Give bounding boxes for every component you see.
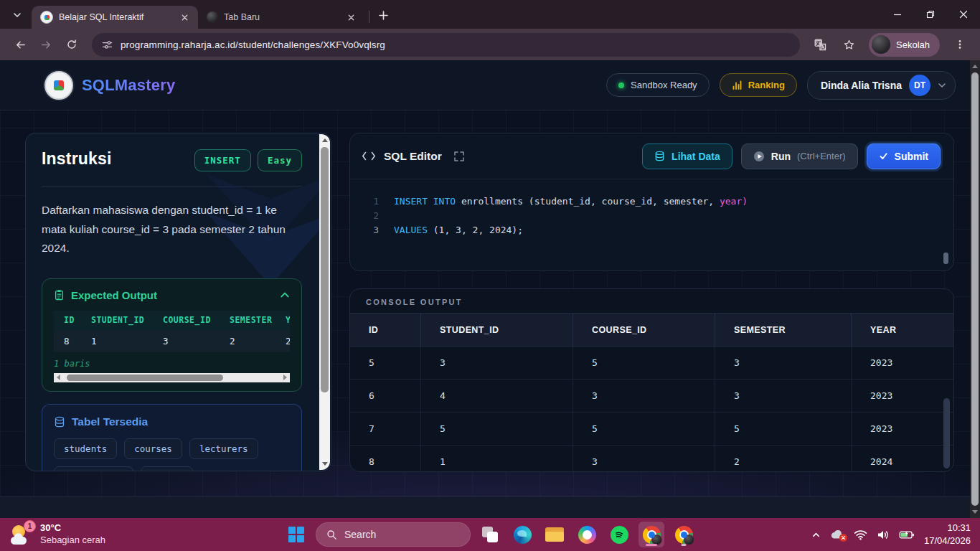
tab-search-button[interactable] bbox=[7, 6, 27, 24]
ranking-button[interactable]: Ranking bbox=[720, 73, 797, 97]
spotify-icon bbox=[611, 526, 628, 544]
translate-button[interactable] bbox=[809, 33, 831, 56]
chrome-active-button[interactable] bbox=[639, 522, 664, 547]
spotify-button[interactable] bbox=[606, 522, 632, 547]
divider bbox=[42, 186, 302, 187]
weather-text: 30°C Sebagian cerah bbox=[40, 522, 105, 547]
code-editor[interactable]: 1 INSERT INTO enrollments (student_id, c… bbox=[350, 179, 953, 237]
difficulty-badge: Easy bbox=[258, 149, 302, 171]
page-scrollbar[interactable] bbox=[970, 60, 980, 518]
table-row: 5 3 5 3 2023 bbox=[350, 347, 953, 380]
editor-scrollbar-thumb[interactable] bbox=[943, 253, 948, 264]
weather-widget[interactable]: 1 30°C Sebagian cerah bbox=[7, 518, 105, 551]
tab-baru[interactable]: Tab Baru bbox=[198, 6, 364, 29]
cell: 3 bbox=[573, 380, 715, 412]
cell: 4 bbox=[420, 380, 573, 412]
expected-output-header[interactable]: Expected Output bbox=[54, 289, 290, 301]
scroll-down-arrow[interactable] bbox=[319, 458, 330, 469]
cell: 5 bbox=[573, 347, 715, 379]
scroll-up-arrow[interactable] bbox=[319, 135, 330, 146]
table-chip-courses[interactable]: courses bbox=[124, 438, 182, 459]
folder-icon bbox=[545, 527, 564, 542]
scrollbar-thumb[interactable] bbox=[321, 147, 329, 392]
minimize-button[interactable] bbox=[881, 0, 914, 29]
cell: 7 bbox=[350, 413, 420, 445]
line-number: 2 bbox=[350, 209, 394, 223]
notification-badge: 1 bbox=[24, 520, 36, 532]
tray-chevron-up-icon[interactable] bbox=[811, 530, 821, 540]
run-button[interactable]: Run (Ctrl+Enter) bbox=[741, 143, 858, 169]
restore-icon bbox=[926, 10, 935, 19]
available-tables-header: Tabel Tersedia bbox=[54, 415, 290, 428]
table-row: 8 1 3 2 2024 bbox=[350, 446, 953, 472]
edge-app-button[interactable] bbox=[509, 522, 535, 547]
sql-paren: ) bbox=[742, 194, 748, 209]
new-tab-button[interactable] bbox=[374, 6, 392, 24]
instructions-scroll-area[interactable]: Instruksi INSERT Easy Daftarkan mahasisw… bbox=[26, 133, 319, 471]
chrome-icon bbox=[675, 526, 693, 544]
browser-profile-chip[interactable]: Sekolah bbox=[869, 33, 940, 57]
site-settings-icon[interactable] bbox=[102, 39, 113, 50]
table-row: 6 4 3 3 2023 bbox=[350, 380, 953, 413]
user-menu[interactable]: Dinda Alia Trisna DT bbox=[807, 71, 956, 100]
chevron-up-icon[interactable] bbox=[280, 290, 290, 300]
profile-avatar bbox=[872, 35, 890, 54]
forward-arrow-icon bbox=[40, 39, 52, 51]
taskbar-clock[interactable]: 10:31 17/04/2026 bbox=[924, 522, 971, 547]
table-row: 7 5 5 5 2023 bbox=[350, 413, 953, 446]
restore-button[interactable] bbox=[914, 0, 947, 29]
tab-close-icon[interactable] bbox=[178, 11, 191, 24]
weather-temp: 30°C bbox=[40, 522, 105, 534]
panel-scrollbar[interactable] bbox=[319, 134, 330, 470]
scrollbar-thumb[interactable] bbox=[67, 375, 223, 381]
scroll-up-arrow[interactable] bbox=[970, 61, 980, 72]
wifi-icon[interactable] bbox=[854, 529, 867, 540]
tab-divider bbox=[369, 11, 369, 23]
tab-belajar-sql[interactable]: Belajar SQL Interaktif bbox=[32, 6, 198, 29]
copilot-button[interactable] bbox=[574, 522, 600, 547]
reload-button[interactable] bbox=[60, 33, 83, 56]
table-chip-lecturers[interactable]: lecturers bbox=[189, 438, 258, 459]
cell: 2 bbox=[220, 330, 275, 352]
table-chip-students[interactable]: students bbox=[54, 438, 117, 459]
ranking-label: Ranking bbox=[748, 80, 785, 90]
submit-button[interactable]: Submit bbox=[867, 143, 941, 169]
address-bar[interactable]: programming.raharja.ac.id/student/challe… bbox=[92, 33, 800, 57]
edge-icon bbox=[514, 526, 532, 544]
view-data-button[interactable]: Lihat Data bbox=[642, 143, 732, 169]
battery-icon[interactable] bbox=[899, 530, 915, 540]
fullscreen-icon[interactable] bbox=[454, 151, 464, 161]
status-label: Sandbox Ready bbox=[631, 80, 697, 90]
horizontal-scrollbar[interactable] bbox=[54, 373, 290, 382]
tab-title: Tab Baru bbox=[224, 12, 339, 22]
column-header: YEAR bbox=[851, 314, 953, 346]
back-button[interactable] bbox=[9, 33, 32, 56]
scroll-left-arrow[interactable] bbox=[54, 373, 63, 382]
browser-menu-button[interactable] bbox=[948, 33, 971, 56]
file-explorer-button[interactable] bbox=[542, 522, 567, 547]
instructions-title: Instruksi bbox=[42, 149, 112, 169]
table-chip-grades[interactable]: grades bbox=[141, 466, 193, 471]
scroll-down-arrow[interactable] bbox=[970, 507, 980, 517]
bookmark-button[interactable] bbox=[837, 33, 860, 56]
active-app-indicator bbox=[646, 544, 657, 546]
chrome-secondary-button[interactable] bbox=[671, 522, 697, 547]
close-window-button[interactable] bbox=[947, 0, 980, 29]
onedrive-icon[interactable] bbox=[830, 529, 844, 540]
web-page: SQLMastery Sandbox Ready Ranking Dinda A… bbox=[0, 60, 980, 518]
table-chip-enrollments[interactable]: enrollments bbox=[54, 466, 133, 471]
tab-close-icon[interactable] bbox=[344, 11, 357, 24]
minimize-icon bbox=[893, 10, 902, 19]
scroll-right-arrow[interactable] bbox=[281, 373, 290, 382]
console-table-header: ID STUDENT_ID COURSE_ID SEMESTER YEAR bbox=[350, 313, 953, 347]
translate-icon bbox=[814, 38, 826, 51]
volume-icon[interactable] bbox=[877, 529, 890, 540]
header-actions: Sandbox Ready Ranking Dinda Alia Trisna … bbox=[606, 71, 956, 100]
start-button[interactable] bbox=[283, 522, 309, 547]
forward-button[interactable] bbox=[34, 33, 57, 56]
taskbar-search[interactable]: Search bbox=[316, 522, 471, 547]
console-scrollbar-thumb[interactable] bbox=[943, 398, 950, 468]
expected-output-panel: Expected Output ID STUDENT_ID COURSE_ID … bbox=[42, 278, 302, 392]
task-view-button[interactable] bbox=[477, 522, 503, 547]
scrollbar-thumb[interactable] bbox=[971, 72, 979, 506]
